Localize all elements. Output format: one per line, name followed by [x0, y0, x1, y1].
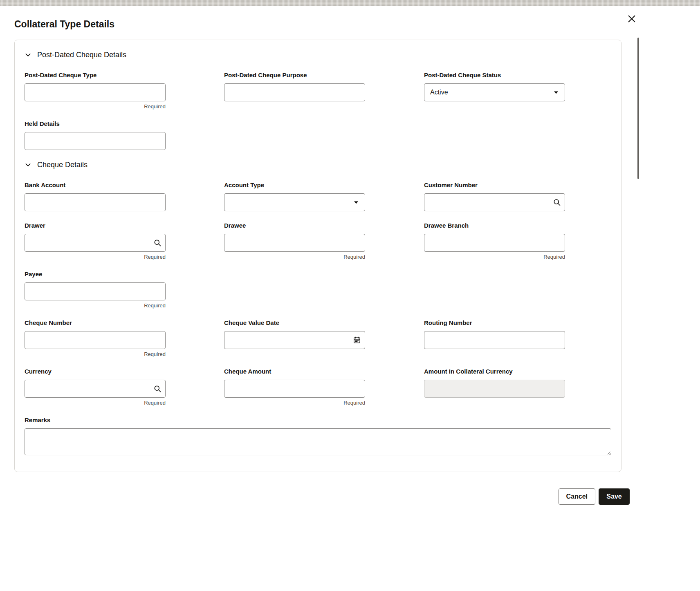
field-label: Currency — [25, 368, 166, 375]
held-details-input[interactable] — [25, 132, 166, 150]
desktop-background-strip — [0, 0, 700, 6]
caret-down-icon — [353, 199, 359, 205]
field-label: Bank Account — [25, 181, 166, 188]
drawee-branch-input[interactable] — [424, 234, 565, 252]
field-label: Amount In Collateral Currency — [424, 368, 565, 375]
payee-field: Payee Required — [25, 271, 166, 309]
remarks-field: Remarks — [25, 416, 611, 457]
field-label: Payee — [25, 271, 166, 278]
scrollbar-thumb[interactable] — [637, 38, 639, 179]
field-label: Cheque Value Date — [224, 319, 365, 326]
drawee-input[interactable] — [224, 234, 365, 252]
form-row: Drawer Required Drawee Required Drawee B… — [25, 222, 611, 260]
required-hint: Required — [25, 302, 166, 309]
post-dated-cheque-purpose-input[interactable] — [224, 83, 365, 101]
post-dated-cheque-status-select[interactable]: Active — [424, 83, 565, 101]
drawer-field: Drawer Required — [25, 222, 166, 260]
field-label: Drawer — [25, 222, 166, 229]
post-dated-cheque-type-field: Post-Dated Cheque Type Required — [25, 72, 166, 110]
drawee-field: Drawee Required — [224, 222, 365, 260]
form-row: Payee Required — [25, 271, 611, 309]
field-label: Held Details — [25, 120, 166, 127]
required-hint: Required — [25, 254, 166, 260]
customer-number-lookup-button[interactable] — [553, 198, 561, 206]
post-dated-cheque-status-field: Post-Dated Cheque Status Active — [424, 72, 565, 101]
field-label: Post-Dated Cheque Type — [25, 72, 166, 78]
field-label: Cheque Amount — [224, 368, 365, 375]
search-icon — [553, 198, 561, 206]
drawer-input[interactable] — [25, 234, 166, 252]
currency-field: Currency Required — [25, 368, 166, 406]
post-dated-cheque-purpose-field: Post-Dated Cheque Purpose — [224, 72, 365, 101]
required-hint: Required — [25, 351, 166, 357]
form-row: Cheque Number Required Cheque Value Date — [25, 319, 611, 357]
account-type-select[interactable] — [224, 193, 365, 211]
bank-account-input[interactable] — [25, 193, 166, 211]
cheque-amount-input[interactable] — [224, 380, 365, 398]
cheque-value-date-input[interactable] — [224, 331, 365, 349]
currency-lookup-button[interactable] — [153, 385, 162, 393]
field-label: Drawee — [224, 222, 365, 229]
required-hint: Required — [25, 103, 166, 110]
section-title: Post-Dated Cheque Details — [37, 51, 126, 59]
select-value: Active — [430, 89, 448, 96]
held-details-field: Held Details — [25, 120, 166, 150]
search-icon — [153, 385, 162, 393]
caret-down-icon — [553, 90, 559, 95]
routing-number-input[interactable] — [424, 331, 565, 349]
cheque-value-date-picker-button[interactable] — [353, 336, 361, 344]
field-label: Routing Number — [424, 319, 565, 326]
field-label: Cheque Number — [25, 319, 166, 326]
form-row: Post-Dated Cheque Type Required Post-Dat… — [25, 72, 611, 110]
cheque-value-date-field: Cheque Value Date — [224, 319, 365, 349]
chevron-down-icon — [25, 161, 31, 168]
collateral-form-panel: Post-Dated Cheque Details Post-Dated Che… — [14, 40, 621, 472]
section-post-dated-cheque-details[interactable]: Post-Dated Cheque Details — [25, 51, 611, 59]
amount-in-collateral-currency-input — [424, 380, 565, 398]
field-label: Post-Dated Cheque Status — [424, 72, 565, 78]
required-hint: Required — [224, 400, 365, 406]
form-row: Bank Account Account Type Customer Numbe… — [25, 181, 611, 211]
section-title: Cheque Details — [37, 161, 88, 169]
required-hint: Required — [424, 254, 565, 260]
dialog-footer: Cancel Save — [0, 488, 630, 505]
drawer-lookup-button[interactable] — [153, 239, 162, 247]
page-title: Collateral Type Details — [0, 6, 700, 40]
field-label: Customer Number — [424, 181, 565, 188]
field-label: Remarks — [25, 416, 611, 423]
customer-number-field: Customer Number — [424, 181, 565, 211]
cheque-amount-field: Cheque Amount Required — [224, 368, 365, 406]
required-hint: Required — [224, 254, 365, 260]
search-icon — [153, 239, 162, 247]
cheque-number-input[interactable] — [25, 331, 166, 349]
cheque-number-field: Cheque Number Required — [25, 319, 166, 357]
cancel-button[interactable]: Cancel — [559, 488, 595, 505]
form-row: Held Details — [25, 120, 611, 150]
required-hint: Required — [25, 400, 166, 406]
routing-number-field: Routing Number — [424, 319, 565, 349]
chevron-down-icon — [25, 51, 31, 58]
post-dated-cheque-type-input[interactable] — [25, 83, 166, 101]
amount-in-collateral-currency-field: Amount In Collateral Currency — [424, 368, 565, 398]
section-cheque-details[interactable]: Cheque Details — [25, 161, 611, 169]
customer-number-input[interactable] — [424, 193, 565, 211]
field-label: Drawee Branch — [424, 222, 565, 229]
close-icon — [628, 14, 636, 23]
drawee-branch-field: Drawee Branch Required — [424, 222, 565, 260]
save-button[interactable]: Save — [599, 488, 630, 505]
form-row: Currency Required Cheque Amount Required… — [25, 368, 611, 406]
field-label: Account Type — [224, 181, 365, 188]
remarks-textarea[interactable] — [25, 428, 611, 455]
calendar-icon — [353, 336, 361, 344]
account-type-field: Account Type — [224, 181, 365, 211]
payee-input[interactable] — [25, 282, 166, 300]
close-button[interactable] — [625, 12, 638, 25]
currency-input[interactable] — [25, 380, 166, 398]
bank-account-field: Bank Account — [25, 181, 166, 211]
field-label: Post-Dated Cheque Purpose — [224, 72, 365, 78]
